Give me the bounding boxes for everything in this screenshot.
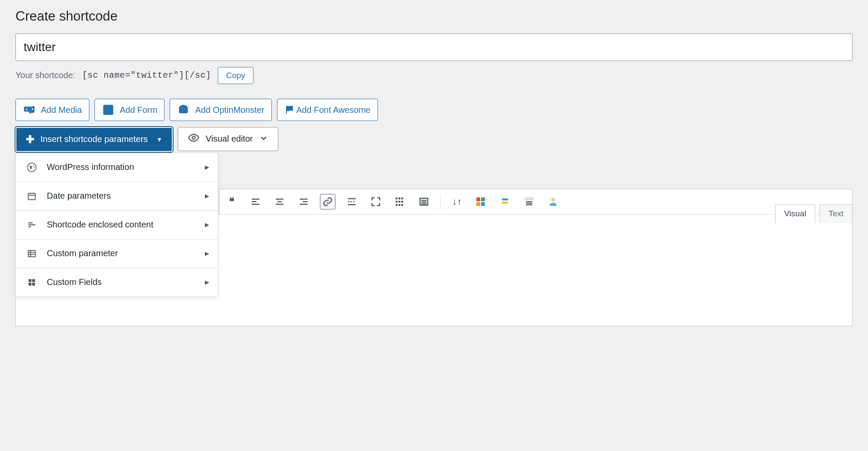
svg-rect-41 [399, 197, 400, 199]
editor-toolbar: ❝ ↓↑ [219, 189, 853, 215]
chevron-right-icon: ▶ [205, 279, 209, 285]
shortcode-name-input[interactable] [15, 33, 853, 61]
dropdown-item-date-parameters[interactable]: Date parameters ▶ [16, 182, 218, 211]
visual-editor-label: Visual editor [206, 134, 253, 144]
color-blocks-icon[interactable] [473, 194, 489, 209]
svg-rect-48 [401, 204, 403, 206]
blockquote-icon[interactable]: ❝ [224, 194, 239, 209]
menu-icon[interactable] [521, 194, 537, 209]
svg-rect-45 [401, 200, 403, 202]
add-media-label: Add Media [41, 106, 82, 114]
dropdown-item-custom-parameter[interactable]: Custom parameter ▶ [16, 239, 218, 268]
grid-icon [26, 277, 37, 288]
copy-button[interactable]: Copy [218, 67, 253, 84]
insert-parameters-button[interactable]: ✚ Insert shortcode parameters ▼ [15, 127, 173, 152]
add-font-awesome-button[interactable]: Add Font Awesome [277, 99, 378, 121]
insert-parameters-dropdown: WordPress information ▶ Date parameters … [15, 153, 218, 297]
user-icon[interactable] [545, 194, 561, 209]
svg-rect-20 [28, 250, 36, 257]
dropdown-item-label: Custom Fields [47, 277, 102, 287]
dropdown-item-wordpress-info[interactable]: WordPress information ▶ [16, 153, 218, 182]
dropdown-item-custom-fields[interactable]: Custom Fields ▶ [16, 268, 218, 297]
fullscreen-icon[interactable] [368, 194, 384, 209]
chevron-right-icon: ▶ [205, 164, 209, 170]
visual-editor-button[interactable]: Visual editor [178, 127, 278, 151]
align-left-icon[interactable] [248, 194, 263, 209]
tab-visual[interactable]: Visual [775, 204, 815, 223]
dropdown-item-label: Date parameters [47, 191, 111, 201]
align-center-icon[interactable] [272, 194, 287, 209]
camera-music-icon [23, 103, 36, 116]
svg-rect-55 [525, 197, 533, 200]
lines-icon [26, 219, 37, 230]
svg-rect-27 [32, 282, 35, 285]
wordpress-icon [26, 162, 37, 173]
svg-rect-43 [396, 200, 397, 202]
svg-rect-42 [401, 197, 403, 199]
chevron-right-icon: ▶ [205, 193, 209, 199]
read-more-icon[interactable] [344, 194, 359, 209]
caret-down-icon: ▼ [156, 136, 162, 143]
chevron-right-icon: ▶ [205, 221, 209, 228]
eye-icon [188, 132, 200, 146]
dropdown-item-enclosed-content[interactable]: Shortcode enclosed content ▶ [16, 211, 218, 239]
svg-rect-47 [399, 204, 400, 206]
chevron-right-icon: ▶ [205, 250, 209, 257]
svg-rect-53 [502, 198, 509, 200]
svg-point-7 [185, 108, 186, 109]
svg-rect-46 [396, 204, 397, 206]
align-right-icon[interactable] [296, 194, 311, 209]
dropdown-item-label: Custom parameter [47, 248, 118, 258]
plus-icon: ✚ [26, 133, 34, 145]
tab-text[interactable]: Text [819, 204, 853, 223]
toolbar-toggle-icon[interactable] [392, 194, 408, 209]
shortcode-code: [sc name="twitter"][/sc] [82, 70, 211, 80]
highlight-icon[interactable] [497, 194, 513, 209]
shortcode-label: Your shortcode: [15, 70, 75, 80]
flag-icon [284, 103, 295, 116]
table-icon [26, 248, 37, 259]
link-icon[interactable] [320, 194, 335, 209]
add-form-label: Add Form [120, 106, 158, 114]
form-icon [102, 103, 115, 116]
toolbar-separator [440, 194, 441, 209]
optinmonster-icon [177, 103, 190, 116]
svg-rect-26 [29, 282, 32, 285]
add-form-button[interactable]: Add Form [94, 99, 165, 121]
calendar-icon [26, 191, 37, 202]
dropdown-item-label: Shortcode enclosed content [47, 220, 153, 230]
chevron-down-icon [259, 133, 268, 145]
svg-point-59 [551, 198, 555, 201]
add-optinmonster-button[interactable]: Add OptinMonster [170, 99, 271, 121]
add-media-button[interactable]: Add Media [15, 99, 89, 121]
page-title: Create shortcode [15, 9, 853, 24]
insert-parameters-label: Insert shortcode parameters [40, 134, 148, 144]
svg-rect-24 [29, 279, 32, 282]
svg-point-6 [182, 108, 183, 109]
add-optinmonster-label: Add OptinMonster [195, 106, 264, 114]
svg-rect-40 [396, 197, 397, 199]
list-icon[interactable] [416, 194, 432, 209]
svg-rect-44 [399, 200, 400, 202]
arrows-vertical-icon[interactable]: ↓↑ [449, 194, 465, 209]
svg-rect-54 [502, 202, 509, 204]
svg-rect-25 [32, 279, 35, 282]
svg-point-8 [192, 136, 195, 139]
svg-rect-10 [28, 193, 36, 200]
add-font-awesome-label: Add Font Awesome [296, 106, 371, 114]
dropdown-item-label: WordPress information [47, 162, 134, 172]
